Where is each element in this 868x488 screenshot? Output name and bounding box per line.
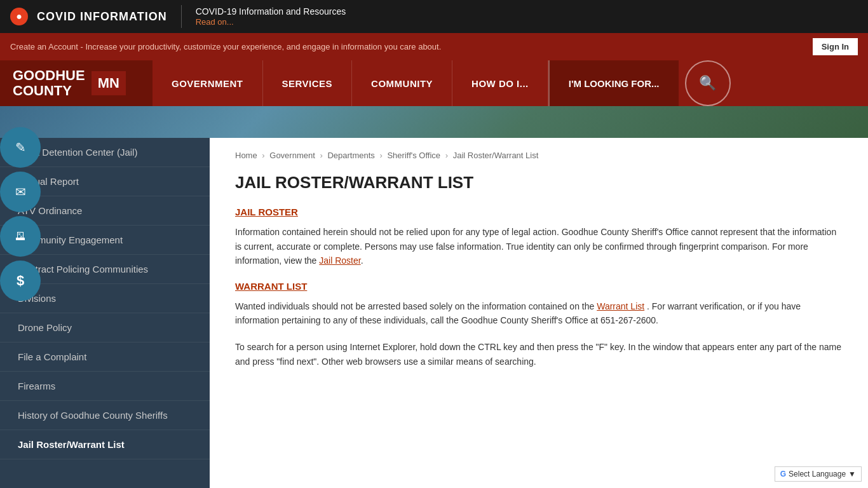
sidebar-item-file-complaint[interactable]: File a Complaint (0, 342, 210, 372)
covid-banner: ● COVID INFORMATION COVID-19 Information… (0, 0, 868, 33)
county-name: GOODHUECOUNTY (13, 68, 85, 98)
breadcrumb-sep-1: › (262, 151, 264, 160)
sidebar-item-drone-policy[interactable]: Drone Policy (0, 313, 210, 342)
page-title: JAIL ROSTER/WARRANT LIST (235, 173, 843, 193)
nav-looking-for[interactable]: I'M LOOKING FOR... (548, 60, 679, 106)
covid-icon: ● (10, 8, 28, 25)
breadcrumb-sep-4: › (445, 151, 448, 160)
sidebar-item-firearms[interactable]: Firearms (0, 372, 210, 401)
account-bar-text: Create an Account - Increase your produc… (10, 42, 441, 51)
edit-icon-button[interactable]: ✎ (0, 127, 41, 168)
main-layout: Adult Detention Center (Jail) Annual Rep… (0, 138, 868, 488)
state-label: MN (92, 71, 126, 95)
breadcrumb-departments[interactable]: Departments (327, 151, 374, 160)
hero-strip (0, 106, 868, 138)
covid-info-title: COVID-19 Information and Resources (196, 6, 346, 17)
breadcrumb-sep-2: › (320, 151, 322, 160)
account-bar: Create an Account - Increase your produc… (0, 33, 868, 60)
breadcrumb-home[interactable]: Home (235, 151, 257, 160)
nav-how-do-i[interactable]: HOW DO I... (452, 60, 548, 106)
sidebar-item-history[interactable]: History of Goodhue County Sheriffs (0, 401, 210, 430)
covid-divider (181, 5, 182, 28)
header: GOODHUECOUNTY MN GOVERNMENT SERVICES COM… (0, 60, 868, 106)
nav-items: GOVERNMENT SERVICES COMMUNITY HOW DO I..… (153, 60, 868, 106)
mail-icon-button[interactable]: ✉ (0, 172, 41, 212)
sidebar-item-jail-roster[interactable]: Jail Roster/Warrant List (0, 430, 210, 459)
covid-icon-symbol: ● (16, 11, 22, 22)
select-language[interactable]: G Select Language ▼ (775, 466, 862, 482)
covid-text-block: COVID-19 Information and Resources Read … (196, 6, 346, 27)
warrant-text-start: Wanted individuals should not be arreste… (235, 301, 594, 311)
logo-county-name: GOODHUECOUNTY (13, 68, 85, 98)
google-g: G (780, 470, 786, 478)
warrant-list-paragraph-1: Wanted individuals should not be arreste… (235, 299, 843, 328)
logo-area: GOODHUECOUNTY MN (0, 60, 153, 106)
breadcrumb-government[interactable]: Government (269, 151, 315, 160)
covid-title: COVID INFORMATION (37, 10, 167, 24)
nav-government[interactable]: GOVERNMENT (153, 60, 263, 106)
select-language-label: Select Language (789, 470, 846, 478)
breadcrumb: Home › Government › Departments › Sherif… (235, 151, 843, 160)
covid-read-on-link[interactable]: Read on... (196, 17, 234, 27)
jail-roster-paragraph: Information contained herein should not … (235, 225, 843, 268)
jail-roster-link[interactable]: Jail Roster (319, 255, 360, 266)
side-icons: ✎ ✉ 🗳 $ (0, 127, 41, 305)
warrant-list-heading[interactable]: WARRANT LIST (235, 281, 843, 292)
breadcrumb-sep-3: › (379, 151, 382, 160)
warrant-list-paragraph-2: To search for a person using Internet Ex… (235, 340, 843, 369)
select-language-arrow: ▼ (848, 470, 856, 478)
content-area: Home › Government › Departments › Sherif… (210, 138, 868, 488)
nav-services[interactable]: SERVICES (263, 60, 353, 106)
vote-icon-button[interactable]: 🗳 (0, 216, 41, 257)
hero-image (0, 106, 868, 138)
dollar-icon-button[interactable]: $ (0, 261, 41, 301)
breadcrumb-sheriffs-office[interactable]: Sheriff's Office (387, 151, 440, 160)
jail-roster-period: . (361, 255, 363, 266)
warrant-list-link[interactable]: Warrant List (597, 301, 644, 311)
search-button[interactable]: 🔍 (685, 60, 731, 106)
search-icon: 🔍 (699, 75, 716, 92)
nav-community[interactable]: COMMUNITY (352, 60, 452, 106)
sign-in-button[interactable]: Sign In (813, 38, 858, 55)
jail-roster-heading[interactable]: JAIL ROSTER (235, 207, 843, 217)
breadcrumb-current: Jail Roster/Warrant List (453, 151, 539, 160)
